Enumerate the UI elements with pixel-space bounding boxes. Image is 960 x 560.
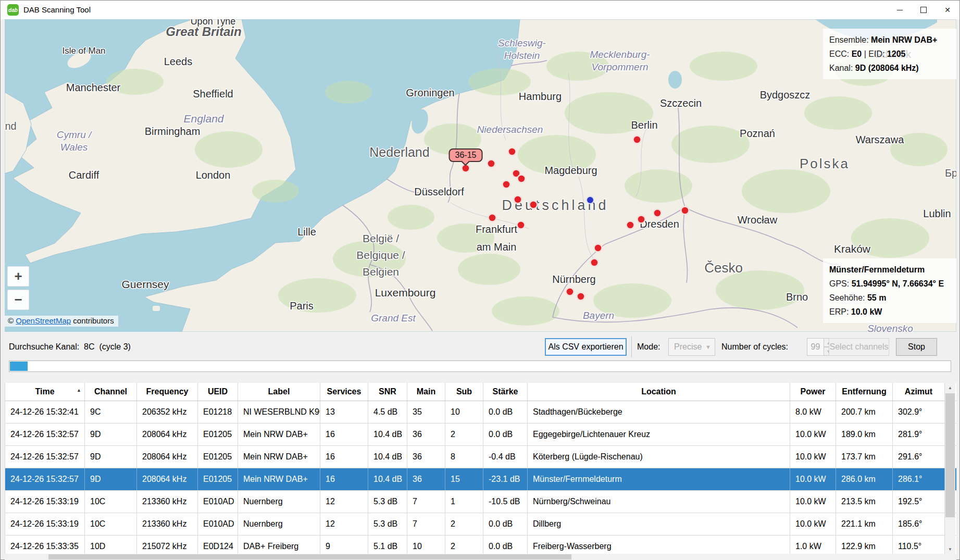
table-row[interactable]: 24-12-26 15:32:419C206352 kHzE01218NI WE…	[5, 401, 956, 424]
transmitter-marker[interactable]	[518, 175, 526, 183]
station-name: Münster/Fernmeldeturm	[829, 263, 950, 277]
table-cell: Eggegebirge/Lichtenauer Kreuz	[528, 424, 790, 445]
horizontal-scrollbar[interactable]	[5, 554, 956, 560]
transmitter-marker[interactable]	[654, 209, 662, 217]
transmitter-marker[interactable]	[517, 221, 525, 229]
table-cell: 10.0 kW	[790, 468, 836, 490]
table-row[interactable]: 24-12-26 15:32:579D208064 kHzE01205Mein …	[5, 446, 956, 468]
table-cell: 10.4 dB	[368, 446, 407, 468]
table-cell: Köterberg (Lügde-Rischenau)	[528, 446, 790, 468]
transmitter-marker[interactable]	[503, 181, 510, 189]
column-header-label: Time	[35, 387, 54, 396]
table-cell: 213.5 km	[836, 491, 893, 513]
transmitter-marker[interactable]	[594, 244, 602, 252]
transmitter-marker[interactable]	[577, 293, 585, 301]
table-cell: 0.0 dB	[483, 513, 528, 535]
transmitter-marker[interactable]	[514, 196, 522, 204]
table-cell: 24-12-26 15:32:57	[5, 446, 85, 468]
column-header-location[interactable]: Location	[528, 383, 790, 401]
vertical-scrollbar-thumb[interactable]	[945, 393, 955, 517]
map-label: Бр	[945, 167, 956, 179]
maximize-button[interactable]	[912, 1, 936, 19]
map-label: and	[5, 120, 17, 132]
table-cell: 2	[445, 513, 483, 535]
column-header-ueid[interactable]: UEID	[198, 383, 238, 401]
map-label: Groningen	[406, 87, 454, 98]
scan-progress-bar	[9, 360, 951, 372]
table-cell: 8	[445, 446, 483, 468]
table-cell: 7	[407, 491, 445, 513]
horizontal-scrollbar-thumb[interactable]	[48, 554, 571, 559]
column-header-power[interactable]: Power	[790, 383, 836, 401]
column-header-frequency[interactable]: Frequency	[137, 383, 198, 401]
table-cell: 213360 kHz	[137, 491, 198, 513]
column-header-main[interactable]: Main	[407, 383, 445, 401]
minimize-button[interactable]	[888, 1, 912, 19]
table-cell: 24-12-26 15:33:19	[5, 491, 85, 513]
vertical-scrollbar[interactable]: ▲ ▼	[945, 383, 955, 554]
map-label: Mecklenburg-	[590, 49, 650, 60]
table-cell: 24-12-26 15:32:41	[5, 401, 85, 423]
table-cell: 10	[445, 401, 483, 423]
map-label: Guernsey	[121, 278, 169, 290]
transmitter-marker[interactable]	[489, 214, 496, 222]
receiver-marker[interactable]	[587, 196, 594, 204]
table-row[interactable]: 24-12-26 15:32:579D208064 kHzE01205Mein …	[5, 424, 956, 446]
column-header-label: Sub	[456, 387, 472, 396]
transmitter-marker[interactable]	[627, 221, 634, 229]
table-cell: 12	[320, 491, 368, 513]
eid-value: 1205	[887, 49, 906, 58]
maximize-icon	[920, 7, 927, 13]
table-cell: 302.9°	[893, 401, 945, 423]
zoom-in-button[interactable]: +	[7, 266, 29, 287]
table-cell: Stadthagen/Bückeberge	[528, 401, 790, 423]
export-csv-button[interactable]: Als CSV exportieren	[545, 338, 627, 356]
transmitter-marker[interactable]	[488, 160, 495, 168]
openstreetmap-link[interactable]: OpenStreetMap	[16, 316, 71, 325]
chevron-down-icon: ▼	[705, 344, 711, 350]
table-row[interactable]: 24-12-26 15:33:1910C213360 kHzE010ADNuer…	[5, 491, 956, 513]
transmitter-marker[interactable]	[566, 288, 574, 296]
column-header-time[interactable]: Time▲	[5, 383, 85, 401]
map-view[interactable]: Upon TyneGreat BritainIsle of ManLeedsMa…	[5, 19, 956, 332]
transmitter-marker[interactable]	[681, 207, 689, 215]
table-row[interactable]: 24-12-26 15:32:579D208064 kHzE01205Mein …	[5, 468, 956, 491]
map-label: Paris	[290, 300, 314, 312]
map-guernsey-island	[153, 306, 160, 311]
column-header-sub[interactable]: Sub	[445, 383, 483, 401]
map-label: Poznań	[740, 128, 775, 139]
minimize-icon	[897, 10, 903, 10]
column-header-channel[interactable]: Channel	[85, 383, 137, 401]
transmitter-marker[interactable]	[591, 259, 599, 267]
map-attribution: © OpenStreetMap contributors	[5, 316, 118, 327]
table-cell: 0.0 dB	[483, 401, 528, 423]
table-row[interactable]: 24-12-26 15:33:1910C213360 kHzE010ADNuer…	[5, 513, 956, 536]
scroll-down-icon[interactable]: ▼	[945, 544, 955, 554]
transmitter-marker[interactable]	[638, 216, 645, 223]
map-canvas[interactable]: Upon TyneGreat BritainIsle of ManLeedsMa…	[5, 19, 956, 332]
table-cell: 12	[320, 513, 368, 535]
transmitter-marker[interactable]	[508, 148, 516, 156]
title-bar[interactable]: dab DAB Scanning Tool ✕	[1, 1, 959, 19]
column-header-entfernung[interactable]: Entfernung	[836, 383, 893, 401]
map-label: Niedersachsen	[477, 124, 543, 135]
scroll-up-icon[interactable]: ▲	[945, 383, 955, 392]
stop-button[interactable]: Stop	[896, 338, 937, 356]
column-header-services[interactable]: Services	[320, 383, 368, 401]
zoom-out-button[interactable]: −	[7, 290, 29, 310]
transmitter-marker[interactable]	[530, 201, 538, 209]
table-cell: 9D	[85, 424, 137, 445]
cycles-label: Number of cycles:	[721, 338, 788, 356]
column-header-snr[interactable]: SNR	[368, 383, 407, 401]
column-header-stärke[interactable]: Stärke	[483, 383, 528, 401]
table-cell: 7	[407, 513, 445, 535]
station-info-box: Münster/Fernmeldeturm GPS: 51.94995° N, …	[823, 258, 956, 323]
table-cell: 291.6°	[893, 446, 945, 468]
transmitter-marker[interactable]	[633, 136, 641, 144]
close-button[interactable]: ✕	[936, 1, 959, 19]
column-header-label[interactable]: Label	[238, 383, 320, 401]
table-cell: Mein NRW DAB+	[238, 446, 320, 468]
mode-value: Precise	[674, 342, 702, 352]
column-header-azimut[interactable]: Azimut	[893, 383, 945, 401]
map-label: Belgien	[363, 266, 399, 278]
